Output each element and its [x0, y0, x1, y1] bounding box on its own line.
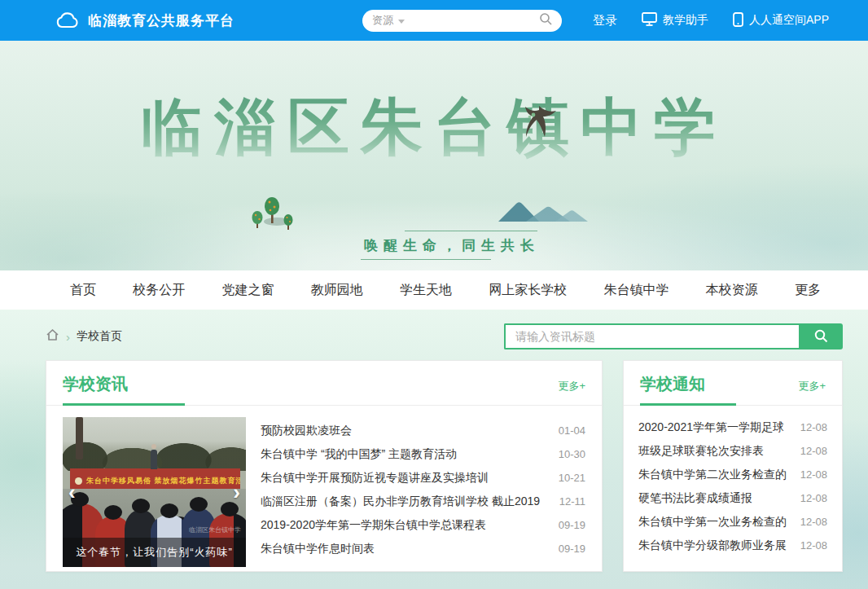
news-list-item[interactable]: 朱台镇中学开展预防近视专题讲座及实操培训 10-21: [261, 466, 585, 490]
breadcrumb: › 学校首页: [46, 328, 122, 345]
school-slogan: 唤醒生命，同生共长: [350, 236, 554, 255]
news-item-title: 预防校园欺凌班会: [261, 424, 559, 438]
notice-list-item[interactable]: 朱台镇中学第一次业务检查的 12-08: [638, 510, 827, 534]
news-list-item[interactable]: 预防校园欺凌班会 01-04: [261, 419, 585, 442]
photo-banner-text: 朱台中学移风易俗 禁放烟花爆竹主题教育活动: [86, 476, 240, 486]
school-name-title: 临淄区朱台镇中学: [0, 86, 868, 170]
notice-item-date: 12-08: [800, 421, 827, 433]
notice-item-date: 12-08: [800, 468, 827, 481]
notice-item-title: 朱台镇中学第二次业务检查的: [638, 468, 800, 482]
photo-banner-emblem: [75, 477, 82, 485]
news-item-date: 09-19: [559, 543, 585, 555]
cloud-icon: [55, 11, 80, 29]
school-news-body: 朱台中学移风易俗 禁放烟花爆竹主题教育活动 临淄区朱台镇中学 这个春节，让我们告…: [46, 406, 602, 567]
nav-item-school-resources[interactable]: 本校资源: [706, 282, 758, 299]
monitor-icon: [642, 12, 657, 29]
nav-item-party-building[interactable]: 党建之窗: [222, 282, 274, 299]
news-item-date: 01-04: [559, 424, 585, 437]
notice-item-title: 朱台镇中学分级部教师业务展: [638, 538, 800, 553]
news-item-title: 朱台镇中学 “我的中国梦” 主题教育活动: [261, 447, 559, 462]
nav-item-more[interactable]: 更多: [795, 282, 821, 299]
school-notice-divider: [624, 405, 842, 406]
teaching-assistant-label: 教学助手: [663, 13, 708, 28]
news-item-date: 10-21: [559, 472, 585, 484]
notice-list-item[interactable]: 2020-2021学年第一学期足球 12-08: [638, 415, 827, 439]
swallow-bird-icon: [519, 104, 557, 142]
school-notice-more-link[interactable]: 更多+: [798, 379, 826, 393]
carousel-prev-arrow[interactable]: ‹: [68, 481, 76, 503]
news-item-date: 10-30: [559, 448, 585, 460]
carousel-next-arrow[interactable]: ›: [233, 481, 240, 503]
slogan-line-bottom: [361, 259, 491, 260]
school-notice-card: 学校通知 更多+ 2020-2021学年第一学期足球 12-08 班级足球联赛轮…: [623, 360, 843, 572]
notice-list-item[interactable]: 朱台镇中学第二次业务检查的 12-08: [638, 463, 827, 486]
school-notice-title: 学校通知: [640, 373, 705, 395]
app-link[interactable]: 人人通空间APP: [733, 12, 829, 29]
main-navigation: 首页 校务公开 党建之窗 教师园地 学生天地 网上家长学校 朱台镇中学 本校资源…: [0, 270, 868, 310]
nav-item-school-affairs[interactable]: 校务公开: [133, 282, 185, 299]
notice-list: 2020-2021学年第一学期足球 12-08 班级足球联赛轮次安排表 12-0…: [624, 406, 842, 557]
breadcrumb-row: › 学校首页: [0, 310, 868, 349]
top-header-bar: 临淄教育公共服务平台 资源 登录 教学助手 人人通空间APP: [0, 0, 868, 41]
news-list-item[interactable]: 临淄区注册（备案）民办非学历教育培训学校 截止2019 12-11: [261, 490, 585, 513]
nav-item-parent-school[interactable]: 网上家长学校: [489, 282, 567, 299]
notice-item-date: 12-08: [800, 492, 827, 504]
news-list-item[interactable]: 朱台镇中学 “我的中国梦” 主题教育活动 10-30: [261, 442, 585, 466]
nav-item-home[interactable]: 首页: [70, 282, 96, 299]
nav-item-teacher-garden[interactable]: 教师园地: [311, 282, 363, 299]
news-list-item[interactable]: 朱台镇中学作息时间表 09-19: [261, 537, 585, 560]
platform-brand[interactable]: 临淄教育公共服务平台: [55, 11, 235, 30]
search-scope-select[interactable]: 资源: [372, 13, 393, 28]
school-news-title: 学校资讯: [63, 373, 128, 395]
news-item-title: 2019-2020学年第一学期朱台镇中学总课程表: [261, 518, 559, 533]
phone-icon: [733, 12, 743, 29]
school-notice-header: 学校通知 更多+: [624, 361, 842, 395]
school-news-card: 学校资讯 更多+ 朱台中学移风易俗 禁放烟花爆竹主题教育活动: [46, 360, 603, 572]
school-news-divider: [46, 405, 602, 406]
notice-item-date: 12-08: [800, 516, 827, 528]
school-banner: 临淄区朱台镇中学 唤醒生命，同生共长: [0, 41, 868, 270]
chevron-right-icon: ›: [66, 330, 70, 344]
login-button[interactable]: 登录: [593, 13, 617, 29]
nav-item-zhutai-school[interactable]: 朱台镇中学: [604, 282, 669, 299]
notice-list-item[interactable]: 硬笔书法比赛成绩通报 12-08: [638, 486, 827, 510]
news-item-title: 朱台镇中学开展预防近视专题讲座及实操培训: [261, 471, 559, 486]
chevron-down-icon: [398, 20, 405, 24]
app-label: 人人通空间APP: [749, 13, 829, 28]
carousel-caption: 这个春节，让我们告别“火药味”: [63, 538, 246, 567]
teaching-assistant-link[interactable]: 教学助手: [642, 12, 708, 29]
main-content: › 学校首页 学校资讯 更多+: [0, 310, 868, 589]
photo-watermark: 临淄区朱台镇中学: [189, 525, 241, 534]
notice-item-title: 班级足球联赛轮次安排表: [638, 444, 800, 459]
news-item-date: 09-19: [559, 519, 585, 531]
nav-item-student-world[interactable]: 学生天地: [400, 282, 452, 299]
news-item-title: 临淄区注册（备案）民办非学历教育培训学校 截止2019: [261, 494, 559, 509]
cards-row: 学校资讯 更多+ 朱台中学移风易俗 禁放烟花爆竹主题教育活动: [46, 360, 843, 572]
news-search-group: [504, 323, 843, 349]
notice-item-date: 12-08: [800, 539, 827, 552]
news-carousel[interactable]: 朱台中学移风易俗 禁放烟花爆竹主题教育活动 临淄区朱台镇中学 这个春节，让我们告…: [63, 417, 246, 567]
home-icon[interactable]: [46, 328, 59, 345]
news-search-input[interactable]: [504, 323, 799, 349]
news-list-item[interactable]: 2019-2020学年第一学期朱台镇中学总课程表 09-19: [261, 513, 585, 537]
notice-list-item[interactable]: 朱台镇中学分级部教师业务展 12-08: [638, 534, 827, 557]
trees-illustration: [249, 197, 300, 243]
notice-item-title: 朱台镇中学第一次业务检查的: [638, 515, 800, 530]
photo-speaker-figure: [151, 450, 157, 469]
notice-list-item[interactable]: 班级足球联赛轮次安排表 12-08: [638, 439, 827, 463]
search-icon[interactable]: [539, 12, 552, 29]
notice-item-date: 12-08: [800, 445, 827, 457]
news-item-date: 12-11: [559, 495, 585, 508]
school-news-more-link[interactable]: 更多+: [558, 379, 585, 393]
mountains-illustration: [498, 200, 588, 225]
news-list: 预防校园欺凌班会 01-04 朱台镇中学 “我的中国梦” 主题教育活动 10-3…: [261, 417, 585, 567]
notice-item-title: 2020-2021学年第一学期足球: [638, 420, 800, 435]
news-search-button[interactable]: [799, 323, 843, 349]
header-links: 登录 教学助手 人人通空间APP: [593, 12, 829, 29]
global-search-box[interactable]: 资源: [362, 10, 562, 32]
slogan-line-top: [405, 231, 537, 231]
news-item-title: 朱台镇中学作息时间表: [261, 542, 559, 556]
notice-item-title: 硬笔书法比赛成绩通报: [638, 491, 800, 506]
breadcrumb-current[interactable]: 学校首页: [77, 329, 122, 344]
search-icon: [813, 328, 828, 345]
